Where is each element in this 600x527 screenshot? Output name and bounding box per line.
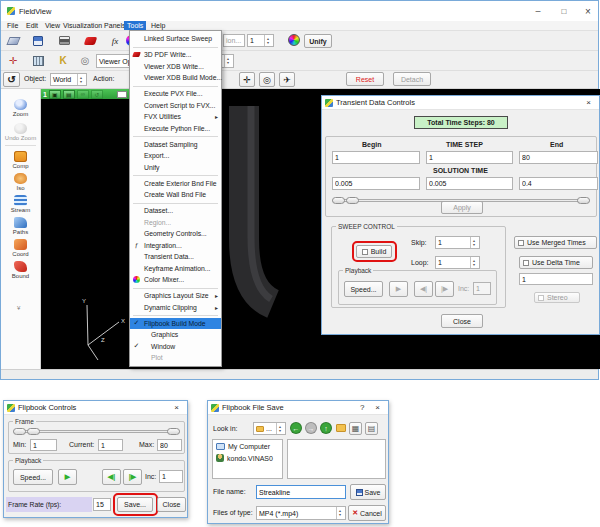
close-button[interactable]: ×: [578, 3, 598, 19]
menu-item-transient-data[interactable]: Transient Data...: [130, 251, 221, 263]
ring-icon[interactable]: ◎: [77, 53, 93, 68]
look-in-combo[interactable]: ...: [253, 422, 286, 435]
back-button[interactable]: ←: [290, 422, 302, 434]
layout-button-1[interactable]: ▣: [49, 90, 61, 99]
new-folder-icon[interactable]: [336, 424, 346, 432]
menu-visualization-panels[interactable]: Visualization Panels: [63, 22, 126, 29]
apply-button[interactable]: Apply: [441, 201, 483, 214]
reset-button[interactable]: Reset: [346, 72, 384, 86]
color-wheel-icon[interactable]: [288, 34, 300, 46]
solution-end-field[interactable]: [519, 177, 598, 190]
viewport-tab-number[interactable]: 1: [43, 91, 47, 98]
step-forward-button[interactable]: |▶: [435, 281, 454, 297]
sidebar-more-icon[interactable]: ¥: [17, 305, 20, 311]
close-button[interactable]: Close: [441, 314, 483, 328]
menu-item-dataset[interactable]: Dataset...: [130, 205, 221, 217]
max-field[interactable]: [157, 439, 182, 451]
function-icon[interactable]: fx: [107, 33, 123, 48]
sidebar-item-comp[interactable]: Comp: [1, 149, 40, 169]
sync-views-icon[interactable]: ↺: [91, 90, 103, 99]
help-icon[interactable]: ?: [356, 403, 368, 412]
solution-begin-field[interactable]: [332, 177, 420, 190]
menu-item-create-exterior-bnd-file[interactable]: Create Exterior Bnd File: [130, 178, 221, 190]
use-delta-time-button[interactable]: Use Delta Time: [519, 256, 593, 269]
close-icon[interactable]: ×: [371, 403, 384, 412]
frame-slider-handle-max[interactable]: [167, 428, 180, 435]
frame-rate-field[interactable]: [93, 498, 111, 511]
menu-item-3d-pdf-write[interactable]: 3D PDF Write...: [130, 49, 221, 61]
close-button[interactable]: Close: [157, 497, 186, 512]
sidebar-item-paths[interactable]: Paths: [1, 215, 40, 235]
fly-view-button[interactable]: ✈: [279, 72, 295, 87]
frame-slider-handle-current[interactable]: [27, 428, 40, 435]
layout-button-2[interactable]: ▤: [63, 90, 75, 99]
forward-button[interactable]: →: [305, 422, 317, 434]
menu-item-execute-pvx-file[interactable]: Execute PVX File...: [130, 88, 221, 100]
minimize-button[interactable]: –: [526, 3, 550, 19]
menu-item-export[interactable]: Export...: [130, 150, 221, 162]
menu-item-viewer-xdb-build-mode[interactable]: Viewer XDB Build Mode...: [130, 72, 221, 84]
time-slider-handle-begin[interactable]: [332, 197, 345, 204]
menu-item-fvx-utilities[interactable]: FVX Utilities▸: [130, 111, 221, 123]
up-one-level-button[interactable]: ↑: [320, 422, 332, 434]
spinner-arrows-icon[interactable]: [264, 35, 271, 46]
save-button[interactable]: Save: [350, 484, 386, 500]
time-step-spinner[interactable]: 1: [247, 34, 274, 47]
cancel-button[interactable]: ✕ Cancel: [348, 505, 386, 521]
menu-help[interactable]: Help: [151, 22, 165, 29]
frame-slider-handle-min[interactable]: [13, 428, 26, 435]
sidebar-item-zoom[interactable]: Zoom: [1, 97, 40, 117]
time-step-field[interactable]: [426, 151, 513, 164]
menu-item-convert-script-to-fvx[interactable]: Convert Script to FVX...: [130, 100, 221, 112]
flag-icon[interactable]: K: [55, 53, 71, 68]
menu-item-color-mixer[interactable]: Color Mixer...: [130, 274, 221, 286]
close-icon[interactable]: ×: [170, 403, 183, 412]
play-button[interactable]: ▶: [389, 281, 408, 297]
spinner-arrows-icon[interactable]: [470, 237, 477, 248]
rotate-mode-button[interactable]: ↺: [3, 72, 20, 87]
unify-button[interactable]: Unify: [304, 34, 332, 48]
sidebar-item-coord[interactable]: Coord: [1, 237, 40, 257]
sidebar-item-iso[interactable]: Iso: [1, 171, 40, 191]
menu-item-linked-surface-sweep[interactable]: Linked Surface Sweep: [130, 33, 221, 45]
maximize-button[interactable]: □: [552, 3, 576, 19]
pdf-3d-export-icon[interactable]: [82, 33, 98, 48]
file-name-field[interactable]: [256, 485, 346, 499]
sidebar-item-stream[interactable]: Stream: [1, 193, 40, 213]
delta-time-field[interactable]: [519, 273, 593, 285]
place-user-folder[interactable]: kondo.VINAS0: [213, 450, 282, 462]
spinner-arrows-icon[interactable]: [470, 257, 477, 268]
menu-item-flipbook-build-mode[interactable]: ✓ Flipbook Build Mode: [130, 318, 221, 330]
sidebar-item-undo-zoom[interactable]: Undo Zoom: [1, 121, 40, 141]
use-merged-times-checkbox[interactable]: [518, 240, 524, 246]
menu-item-unify[interactable]: Unify: [130, 162, 221, 174]
menu-item-geometry-controls[interactable]: Geometry Controls...: [130, 228, 221, 240]
pan-view-button[interactable]: ✛: [239, 72, 255, 87]
skip-spinner[interactable]: 1: [435, 236, 480, 249]
menu-item-graphics-layout-size[interactable]: Graphics Layout Size▸: [130, 290, 221, 302]
begin-field[interactable]: [332, 151, 420, 164]
menu-item-window[interactable]: ✓ Window: [130, 341, 221, 353]
end-field[interactable]: [519, 151, 598, 164]
min-field[interactable]: [30, 439, 57, 451]
detach-button[interactable]: Detach: [393, 72, 431, 86]
use-delta-time-checkbox[interactable]: [523, 260, 529, 266]
step-back-button[interactable]: ◀|: [102, 469, 121, 485]
step-back-button[interactable]: ◀|: [414, 281, 433, 297]
use-merged-times-button[interactable]: Use Merged Times: [514, 236, 597, 249]
time-slider-handle-end[interactable]: [577, 197, 590, 204]
step-forward-button[interactable]: |▶: [123, 469, 142, 485]
menu-item-create-wall-bnd-file[interactable]: Create Wall Bnd File: [130, 189, 221, 201]
save-restart-icon[interactable]: [30, 33, 46, 48]
inc-field[interactable]: [159, 470, 183, 483]
speed-button[interactable]: Speed...: [13, 469, 53, 485]
dataset-input-icon[interactable]: [5, 33, 21, 48]
files-of-type-combo[interactable]: MP4 (*.mp4): [256, 506, 346, 520]
menu-file[interactable]: File: [7, 22, 18, 29]
menu-tools[interactable]: Tools: [124, 21, 146, 30]
object-combo[interactable]: World: [50, 73, 87, 86]
grid-numbers-icon[interactable]: [30, 53, 46, 68]
list-view-button[interactable]: ▦: [349, 422, 362, 435]
play-button[interactable]: ▶: [58, 469, 77, 485]
time-slider-handle-current[interactable]: [346, 197, 359, 204]
